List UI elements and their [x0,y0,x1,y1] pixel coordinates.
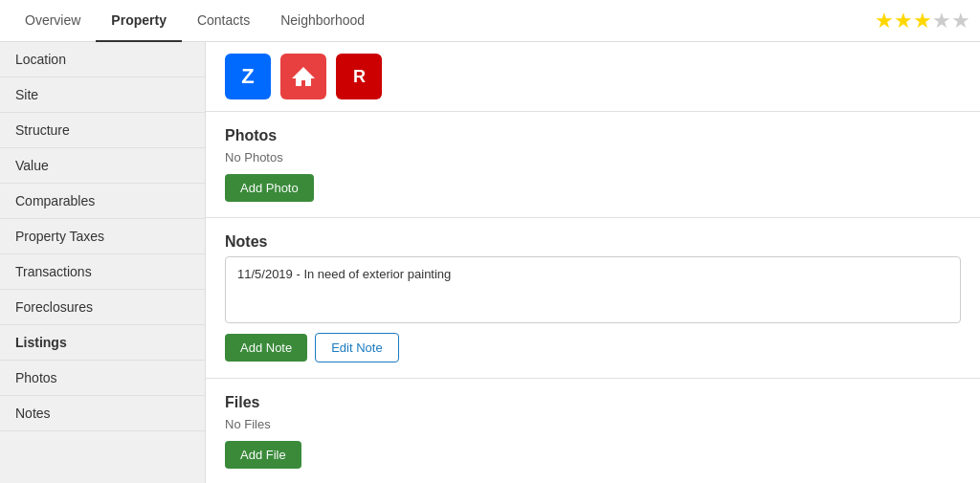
add-photo-button[interactable]: Add Photo [225,174,314,202]
no-photos-text: No Photos [225,150,961,165]
trulia-icon[interactable] [280,54,326,99]
star-2[interactable]: ★ [894,9,913,33]
notes-title: Notes [225,233,961,251]
service-icons-row: Z R [206,42,980,112]
star-4[interactable]: ★ [932,9,951,33]
content-area: Z R Photos No Photos Add Photo Notes 11/… [206,42,980,483]
no-files-text: No Files [225,417,961,431]
nav-property[interactable]: Property [96,0,182,42]
sidebar-item-listings[interactable]: Listings [0,325,205,361]
sidebar-item-notes[interactable]: Notes [0,396,205,431]
svg-marker-0 [292,67,315,86]
notes-section: Notes 11/5/2019 - In need of exterior pa… [206,218,980,379]
star-1[interactable]: ★ [875,9,894,33]
nav-contacts[interactable]: Contacts [182,0,265,42]
sidebar-item-photos[interactable]: Photos [0,361,205,396]
top-nav: Overview Property Contacts Neighborhood … [0,0,980,42]
zillow-icon[interactable]: Z [225,54,271,99]
files-section: Files No Files Add File [206,379,980,483]
note-content: 11/5/2019 - In need of exterior painting [225,256,961,323]
photos-title: Photos [225,127,961,144]
add-file-button[interactable]: Add File [225,441,301,469]
sidebar-item-property-taxes[interactable]: Property Taxes [0,219,205,254]
sidebar-item-comparables[interactable]: Comparables [0,184,205,219]
sidebar: Location Site Structure Value Comparable… [0,42,206,483]
edit-note-button[interactable]: Edit Note [315,333,398,362]
sidebar-item-location[interactable]: Location [0,42,205,77]
sidebar-item-transactions[interactable]: Transactions [0,254,205,290]
add-note-button[interactable]: Add Note [225,334,307,362]
sidebar-item-value[interactable]: Value [0,148,205,184]
realtor-icon[interactable]: R [336,54,382,99]
star-rating[interactable]: ★ ★ ★ ★ ★ [875,9,970,33]
sidebar-item-foreclosures[interactable]: Foreclosures [0,290,205,325]
files-title: Files [225,394,961,411]
notes-button-row: Add Note Edit Note [225,333,961,362]
sidebar-item-structure[interactable]: Structure [0,113,205,148]
star-5[interactable]: ★ [951,9,970,33]
nav-neighborhood[interactable]: Neighborhood [265,0,380,42]
photos-section: Photos No Photos Add Photo [206,112,980,218]
star-3[interactable]: ★ [913,9,932,33]
main-layout: Location Site Structure Value Comparable… [0,42,980,483]
nav-overview[interactable]: Overview [10,0,96,42]
sidebar-item-site[interactable]: Site [0,77,205,113]
